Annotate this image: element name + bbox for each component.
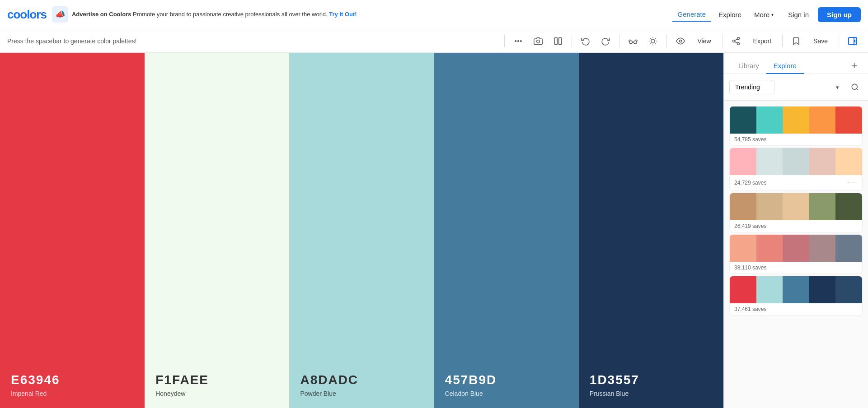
- ad-description: Promote your brand to passionate creativ…: [133, 11, 328, 18]
- swatch: [783, 107, 809, 134]
- main-container: E63946 Imperial Red F1FAEE Honeydew A8DA…: [0, 53, 868, 408]
- brightness-icon[interactable]: [645, 33, 661, 49]
- bookmark-svg: [792, 37, 801, 46]
- svg-point-0: [515, 40, 516, 42]
- toolbar-divider-3: [619, 35, 619, 47]
- more-options-icon[interactable]: [510, 33, 526, 49]
- palettes-list: 54,785 saves 24,729 saves ···: [724, 101, 868, 408]
- swatch: [835, 107, 862, 134]
- swatch: [783, 276, 809, 303]
- color-strip-2[interactable]: F1FAEE Honeydew: [145, 53, 289, 408]
- palette-colors-2: [730, 148, 862, 175]
- add-tab-button[interactable]: +: [848, 59, 861, 73]
- toolbar-divider-7: [839, 35, 839, 47]
- list-item[interactable]: 24,729 saves ···: [729, 148, 863, 191]
- split-svg: [554, 37, 563, 46]
- redo-icon[interactable]: [597, 33, 614, 49]
- sidebar-tabs: Library Explore +: [724, 53, 868, 74]
- swatch: [730, 193, 756, 220]
- svg-line-15: [650, 43, 650, 44]
- svg-line-12: [655, 43, 656, 44]
- palette-section: E63946 Imperial Red F1FAEE Honeydew A8DA…: [0, 53, 723, 408]
- glasses-svg: [629, 37, 638, 46]
- svg-rect-4: [554, 37, 557, 44]
- color-strip-4[interactable]: 457B9D Celadon Blue: [434, 53, 579, 408]
- color-name-5: Prussian Blue: [590, 390, 713, 397]
- nav-more[interactable]: More ▾: [749, 8, 779, 21]
- swatch: [809, 107, 836, 134]
- ad-title: Advertise on Coolors: [72, 11, 131, 18]
- swatch: [730, 276, 756, 303]
- share-icon[interactable]: [728, 33, 744, 49]
- sun-svg: [648, 37, 657, 46]
- svg-point-18: [737, 37, 739, 39]
- sidebar-toggle-icon[interactable]: [845, 33, 861, 49]
- logo[interactable]: coolors: [7, 8, 47, 22]
- color-name-4: Celadon Blue: [445, 390, 568, 397]
- swatch: [835, 193, 862, 220]
- list-item[interactable]: 38,110 saves: [729, 234, 863, 274]
- eye-icon[interactable]: [672, 33, 689, 49]
- color-strip-5[interactable]: 1D3557 Prussian Blue: [579, 53, 723, 408]
- chevron-down-icon: ▾: [771, 12, 774, 17]
- svg-line-22: [735, 39, 737, 40]
- svg-point-27: [852, 84, 857, 89]
- ad-cta-link[interactable]: Try It Out!: [329, 11, 357, 18]
- color-name-2: Honeydew: [155, 390, 278, 397]
- swatch: [809, 276, 836, 303]
- swatch: [783, 193, 809, 220]
- export-button[interactable]: Export: [748, 35, 777, 47]
- swatch: [730, 235, 756, 262]
- toolbar-hint: Press the spacebar to generate color pal…: [7, 37, 499, 45]
- list-item[interactable]: 26,419 saves: [729, 193, 863, 232]
- palette-saves-5: 37,461 saves: [734, 306, 858, 312]
- svg-point-7: [633, 41, 637, 44]
- tab-library[interactable]: Library: [731, 58, 766, 74]
- bookmark-icon[interactable]: [788, 33, 804, 49]
- split-view-icon[interactable]: [550, 33, 566, 49]
- swatch: [783, 235, 809, 262]
- sign-in-button[interactable]: Sign in: [781, 8, 816, 21]
- search-button[interactable]: [847, 79, 863, 95]
- accessibility-icon[interactable]: [625, 33, 641, 49]
- toolbar-divider-1: [504, 35, 505, 47]
- tab-explore[interactable]: Explore: [766, 58, 804, 74]
- swatch: [756, 148, 783, 175]
- sidebar-toolbar: Trending Most Saves Random: [724, 74, 868, 101]
- filter-select[interactable]: Trending Most Saves Random: [729, 80, 774, 94]
- nav-explore[interactable]: Explore: [713, 8, 747, 21]
- palette-meta-2: 24,729 saves ···: [730, 175, 862, 190]
- toolbar-divider-6: [782, 35, 783, 47]
- nav-generate[interactable]: Generate: [672, 8, 712, 22]
- ad-icon: 📣: [52, 6, 68, 23]
- nav-links: Generate Explore More ▾ Sign in Sign up: [672, 7, 861, 22]
- color-hex-3: A8DADC: [300, 373, 423, 387]
- nav-more-label: More: [754, 11, 769, 19]
- color-name-1: Imperial Red: [11, 390, 134, 397]
- color-strip-1[interactable]: E63946 Imperial Red: [0, 53, 145, 408]
- palette-more-button[interactable]: ···: [845, 178, 858, 188]
- color-hex-4: 457B9D: [445, 373, 568, 387]
- toolbar: Press the spacebar to generate color pal…: [0, 29, 868, 53]
- svg-point-20: [737, 42, 739, 45]
- palette-colors-3: [730, 193, 862, 220]
- export-label: Export: [753, 37, 771, 45]
- undo-icon[interactable]: [577, 33, 594, 49]
- view-button[interactable]: View: [692, 35, 717, 47]
- swatch: [730, 148, 756, 175]
- color-strip-3[interactable]: A8DADC Powder Blue: [289, 53, 434, 408]
- svg-line-11: [650, 38, 650, 38]
- swatch: [756, 235, 783, 262]
- svg-line-25: [854, 40, 855, 41]
- list-item[interactable]: 37,461 saves: [729, 276, 863, 315]
- swatch: [809, 235, 836, 262]
- filter-select-wrap: Trending Most Saves Random: [729, 80, 844, 94]
- list-item[interactable]: 54,785 saves: [729, 106, 863, 146]
- sign-up-button[interactable]: Sign up: [818, 7, 861, 22]
- camera-icon[interactable]: [530, 33, 546, 49]
- svg-point-6: [629, 41, 632, 44]
- save-button[interactable]: Save: [808, 35, 833, 47]
- palette-colors-5: [730, 276, 862, 303]
- palette-saves-4: 38,110 saves: [734, 264, 858, 271]
- toolbar-divider-4: [666, 35, 667, 47]
